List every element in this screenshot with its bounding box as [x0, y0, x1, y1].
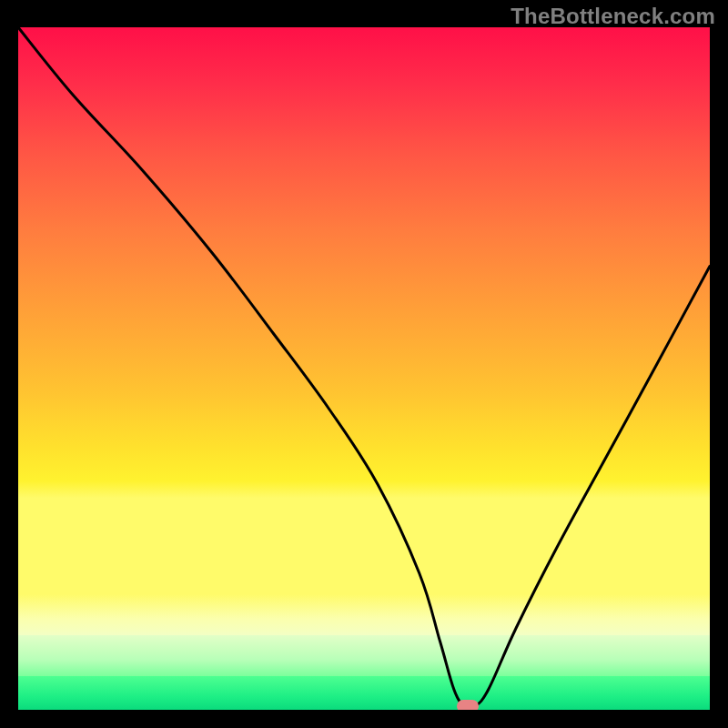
plot-area: [18, 27, 710, 710]
chart-frame: TheBottleneck.com: [0, 0, 728, 728]
minimum-marker: [457, 700, 479, 710]
bottleneck-curve: [18, 27, 710, 710]
watermark-text: TheBottleneck.com: [511, 4, 715, 29]
